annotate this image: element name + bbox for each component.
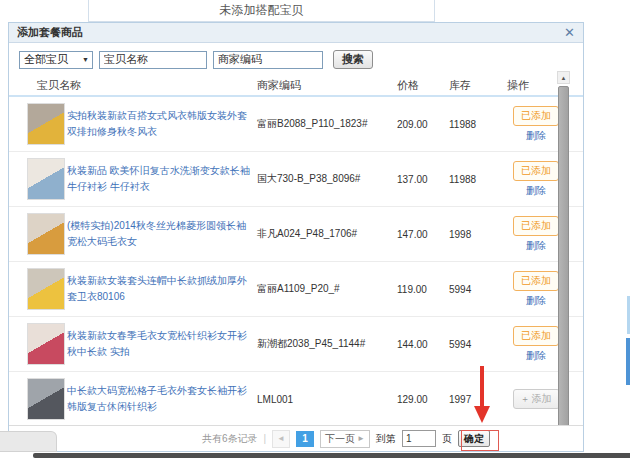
column-header-action: 操作	[507, 78, 583, 93]
product-stock: 1997	[449, 394, 507, 405]
chevron-right-icon: ►	[357, 434, 365, 443]
table-header: 宝贝名称 商家编码 价格 库存 操作	[9, 76, 583, 97]
window-bottom-bar	[33, 453, 630, 458]
category-select[interactable]: 全部宝贝 ▼	[19, 51, 93, 69]
delete-link[interactable]: 删除	[526, 349, 546, 363]
table-row: 秋装新品 欧美怀旧复古水洗渐变女款长袖牛仔衬衫 牛仔衬衣 国大730-B_P38…	[9, 152, 583, 207]
column-header-code: 商家编码	[257, 78, 397, 93]
delete-link[interactable]: 删除	[526, 239, 546, 253]
product-name-link[interactable]: 秋装新款女装套头连帽中长款抓绒加厚外套卫衣80106	[67, 273, 255, 305]
added-button[interactable]: 已添加	[513, 161, 559, 181]
product-code: 富丽A1109_P20_#	[257, 282, 397, 296]
added-button[interactable]: 已添加	[513, 106, 559, 126]
chevron-left-icon: ◄	[277, 434, 285, 443]
product-code: 新潮都2038_P45_1144#	[257, 337, 397, 351]
records-count: 共有6条记录	[202, 432, 258, 446]
right-edge-bar-dark	[626, 338, 630, 385]
next-page-label: 下一页	[325, 432, 355, 446]
product-code: 富丽B2088_P110_1823#	[257, 117, 397, 131]
prev-page-button[interactable]: ◄	[272, 430, 290, 448]
footer-separator: |	[263, 433, 266, 444]
product-code: LML001	[257, 394, 397, 405]
table-row: 秋装新款女春季毛衣女宽松针织衫女开衫秋中长款 实拍 新潮都2038_P45_11…	[9, 317, 583, 372]
product-thumbnail[interactable]	[27, 103, 65, 145]
product-name-link[interactable]: 实拍秋装新款百搭女式风衣韩版女装外套双排扣修身秋冬风衣	[67, 108, 255, 140]
list-scrollbar[interactable]: ▲ ▼	[557, 71, 570, 452]
current-page-button[interactable]: 1	[296, 431, 314, 447]
added-button[interactable]: 已添加	[513, 271, 559, 291]
scrollbar-thumb[interactable]	[558, 86, 569, 432]
dialog-header: 添加套餐商品 ✕	[9, 23, 583, 43]
product-name-link[interactable]: 秋装新款女春季毛衣女宽松针织衫女开衫秋中长款 实拍	[67, 328, 255, 360]
product-thumbnail[interactable]	[27, 378, 65, 420]
product-name-input[interactable]	[99, 51, 207, 69]
product-price: 147.00	[397, 229, 449, 240]
product-price: 144.00	[397, 339, 449, 350]
chevron-down-icon: ▼	[82, 56, 89, 63]
delete-link[interactable]: 删除	[526, 129, 546, 143]
product-price: 129.00	[397, 394, 449, 405]
goto-page-suffix: 页	[442, 432, 452, 446]
delete-link[interactable]: 删除	[526, 294, 546, 308]
product-name-link[interactable]: 中长款大码宽松格子毛衣外套女长袖开衫韩版复古休闲针织衫	[67, 383, 255, 415]
add-button[interactable]: ＋ 添加	[513, 389, 560, 409]
search-bar: 全部宝贝 ▼ 搜索	[9, 43, 583, 75]
product-stock: 1998	[449, 229, 507, 240]
product-price: 137.00	[397, 174, 449, 185]
category-select-value: 全部宝贝	[24, 52, 68, 67]
product-code: 非凡A024_P48_1706#	[257, 227, 397, 241]
product-stock: 5994	[449, 284, 507, 295]
product-thumbnail[interactable]	[27, 323, 65, 365]
delete-link[interactable]: 删除	[526, 184, 546, 198]
plus-icon: ＋	[521, 393, 530, 406]
close-icon[interactable]: ✕	[564, 24, 575, 41]
annotation-arrow-head	[474, 406, 490, 423]
table-row: (模特实拍)2014秋冬丝光棉菱形圆领长袖宽松大码毛衣女 非凡A024_P48_…	[9, 207, 583, 262]
column-header-stock: 库存	[449, 78, 507, 93]
product-stock: 11988	[449, 174, 507, 185]
dialog-title: 添加套餐商品	[17, 25, 83, 40]
product-stock: 11988	[449, 119, 507, 130]
goto-page-input[interactable]	[402, 430, 436, 447]
product-name-link[interactable]: (模特实拍)2014秋冬丝光棉菱形圆领长袖宽松大码毛衣女	[67, 218, 255, 250]
annotation-arrow-shaft	[480, 366, 484, 407]
next-page-button[interactable]: 下一页 ►	[320, 430, 370, 448]
scroll-up-icon[interactable]: ▲	[557, 71, 570, 84]
add-button-label: 添加	[532, 392, 552, 406]
browser-status-bubble	[0, 431, 57, 452]
product-stock: 5994	[449, 339, 507, 350]
added-button[interactable]: 已添加	[513, 216, 559, 236]
column-header-price: 价格	[397, 78, 449, 93]
goto-page-prefix: 到第	[376, 432, 396, 446]
annotation-highlight-rect	[461, 430, 499, 451]
product-list: 实拍秋装新款百搭女式风衣韩版女装外套双排扣修身秋冬风衣 富丽B2088_P110…	[9, 97, 583, 427]
product-name-link[interactable]: 秋装新品 欧美怀旧复古水洗渐变女款长袖牛仔衬衫 牛仔衬衣	[67, 163, 255, 195]
product-code: 国大730-B_P38_8096#	[257, 172, 397, 186]
product-thumbnail[interactable]	[27, 158, 65, 200]
table-row: 秋装新款女装套头连帽中长款抓绒加厚外套卫衣80106 富丽A1109_P20_#…	[9, 262, 583, 317]
product-thumbnail[interactable]	[27, 268, 65, 310]
add-package-product-dialog: 添加套餐商品 ✕ 全部宝贝 ▼ 搜索 宝贝名称 商家编码 价格 库存 操作 实拍…	[8, 22, 584, 452]
tab-unadded-items-label: 未添加搭配宝贝	[220, 2, 304, 19]
search-button[interactable]: 搜索	[333, 50, 373, 69]
merchant-code-input[interactable]	[213, 51, 323, 69]
table-row: 实拍秋装新款百搭女式风衣韩版女装外套双排扣修身秋冬风衣 富丽B2088_P110…	[9, 97, 583, 152]
product-thumbnail[interactable]	[27, 213, 65, 255]
product-price: 209.00	[397, 119, 449, 130]
tab-unadded-items[interactable]: 未添加搭配宝贝	[88, 0, 435, 22]
added-button[interactable]: 已添加	[513, 326, 559, 346]
product-price: 119.00	[397, 284, 449, 295]
table-row: 中长款大码宽松格子毛衣外套女长袖开衫韩版复古休闲针织衫 LML001 129.0…	[9, 372, 583, 427]
column-header-name: 宝贝名称	[27, 78, 257, 93]
